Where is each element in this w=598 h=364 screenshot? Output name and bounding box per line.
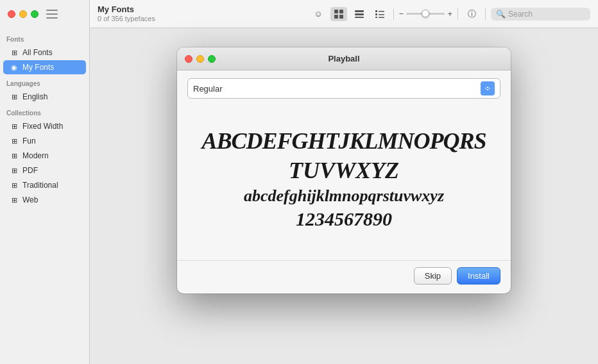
- svg-rect-2: [334, 15, 338, 19]
- modal-titlebar: Playball: [177, 47, 511, 70]
- modal-footer: Skip Install: [177, 260, 511, 294]
- skip-button[interactable]: Skip: [414, 267, 452, 285]
- preview-numbers: 1234567890: [296, 208, 392, 231]
- modal-dialog: Playball Regular A: [177, 47, 511, 294]
- font-selector-arrow[interactable]: [481, 81, 495, 95]
- main-content: My Fonts 0 of 356 typefaces ☺: [90, 0, 598, 364]
- sidebar-toggle-button[interactable]: [46, 10, 58, 19]
- toolbar-controls: ☺: [310, 7, 590, 21]
- separator-1: [393, 8, 394, 20]
- sidebar-item-web-label: Web: [22, 195, 38, 204]
- sidebar-item-english[interactable]: ⊞ English: [3, 90, 86, 104]
- svg-rect-6: [355, 17, 364, 18]
- svg-rect-8: [379, 11, 384, 12]
- emoji-view-button[interactable]: ☺: [310, 7, 327, 21]
- maximize-button[interactable]: [31, 10, 38, 18]
- sidebar-section-languages: Languages: [0, 75, 89, 89]
- sidebar-item-pdf[interactable]: ⊞ PDF: [3, 163, 86, 178]
- sidebar-item-english-label: English: [22, 92, 47, 101]
- list-view-button[interactable]: [372, 7, 388, 21]
- svg-rect-10: [379, 14, 384, 15]
- traditional-icon: ⊞: [10, 181, 19, 190]
- app-window: Fonts ⊞ All Fonts ◉ My Fonts Languages ⊞…: [0, 0, 598, 364]
- sidebar-nav: Fonts ⊞ All Fonts ◉ My Fonts Languages ⊞…: [0, 28, 89, 207]
- modern-icon: ⊞: [10, 151, 19, 160]
- sidebar-item-my-fonts-label: My Fonts: [22, 63, 54, 72]
- sidebar-section-fonts: Fonts: [0, 31, 89, 45]
- font-style-selector[interactable]: Regular: [187, 78, 500, 99]
- slider-thumb[interactable]: [422, 10, 429, 17]
- separator-2: [457, 8, 458, 20]
- size-minus-icon: −: [399, 9, 404, 19]
- toolbar-title-area: My Fonts 0 of 356 typefaces: [98, 4, 305, 23]
- search-input[interactable]: [508, 10, 585, 19]
- lang-icon: ⊞: [10, 92, 19, 101]
- grid-icon: ⊞: [10, 48, 19, 57]
- sidebar-item-traditional[interactable]: ⊞ Traditional: [3, 178, 86, 192]
- web-icon: ⊞: [10, 195, 19, 204]
- content-area: Playball Regular A: [90, 28, 598, 364]
- search-icon: 🔍: [496, 10, 506, 19]
- preview-uppercase2: TUVWXYZ: [289, 158, 399, 184]
- sidebar-item-web[interactable]: ⊞ Web: [3, 193, 86, 207]
- sidebar-item-traditional-label: Traditional: [22, 181, 58, 190]
- modal-close-button[interactable]: [185, 55, 192, 63]
- close-button[interactable]: [8, 10, 15, 18]
- toolbar: My Fonts 0 of 356 typefaces ☺: [90, 0, 598, 28]
- minimize-button[interactable]: [19, 10, 27, 18]
- sidebar-item-all-fonts[interactable]: ⊞ All Fonts: [3, 46, 86, 60]
- app-subtitle: 0 of 356 typefaces: [98, 15, 305, 23]
- modal-window-controls: [185, 55, 216, 63]
- sidebar-section-collections: Collections: [0, 104, 89, 119]
- svg-rect-9: [375, 13, 377, 15]
- sidebar-item-pdf-label: PDF: [22, 166, 38, 175]
- font-preview: ABCDEFGHTJKLMNOPQRS TUVWXYZ abcdefghijkl…: [187, 109, 500, 250]
- modal-minimize-button[interactable]: [196, 55, 204, 63]
- size-slider[interactable]: − +: [399, 9, 452, 19]
- modal-body: Regular ABCDEFGHTJKLMNOPQRS TUVWXYZ abcd…: [177, 70, 511, 260]
- install-button[interactable]: Install: [457, 267, 500, 285]
- search-box[interactable]: 🔍: [491, 8, 590, 21]
- modal-title: Playball: [328, 54, 359, 63]
- circle-icon: ◉: [10, 63, 19, 72]
- svg-rect-0: [334, 10, 338, 13]
- sidebar-item-my-fonts[interactable]: ◉ My Fonts: [3, 60, 86, 74]
- fixed-width-icon: ⊞: [10, 122, 19, 131]
- size-plus-icon: +: [447, 9, 452, 19]
- app-title: My Fonts: [98, 4, 305, 15]
- preview-uppercase: ABCDEFGHTJKLMNOPQRS: [201, 128, 486, 154]
- sidebar-item-fun[interactable]: ⊞ Fun: [3, 134, 86, 148]
- preview-lowercase: abcdefghijklmnopqrstuvwxyz: [244, 186, 444, 206]
- sidebar: Fonts ⊞ All Fonts ◉ My Fonts Languages ⊞…: [0, 0, 90, 364]
- svg-rect-3: [339, 15, 343, 19]
- svg-rect-12: [379, 17, 384, 18]
- sidebar-item-fixed-width[interactable]: ⊞ Fixed Width: [3, 119, 86, 133]
- sidebar-item-all-fonts-label: All Fonts: [22, 48, 53, 57]
- sidebar-item-fun-label: Fun: [22, 136, 36, 145]
- separator-3: [485, 8, 486, 20]
- svg-rect-7: [375, 10, 377, 12]
- pdf-icon: ⊞: [10, 166, 19, 175]
- sidebar-item-fixed-width-label: Fixed Width: [22, 122, 63, 131]
- row-view-button[interactable]: [351, 7, 368, 21]
- sidebar-traffic-controls: [0, 0, 89, 28]
- slider-track[interactable]: [406, 13, 445, 15]
- sidebar-item-modern-label: Modern: [22, 151, 49, 160]
- modal-maximize-button[interactable]: [208, 55, 216, 63]
- fun-icon: ⊞: [10, 136, 19, 145]
- info-button[interactable]: ⓘ: [463, 7, 480, 21]
- font-style-label: Regular: [193, 84, 481, 94]
- svg-rect-11: [375, 17, 377, 18]
- grid-view-button[interactable]: [330, 7, 347, 21]
- svg-rect-4: [355, 10, 364, 12]
- svg-rect-1: [339, 10, 343, 13]
- sidebar-item-modern[interactable]: ⊞ Modern: [3, 149, 86, 163]
- svg-rect-5: [355, 13, 364, 15]
